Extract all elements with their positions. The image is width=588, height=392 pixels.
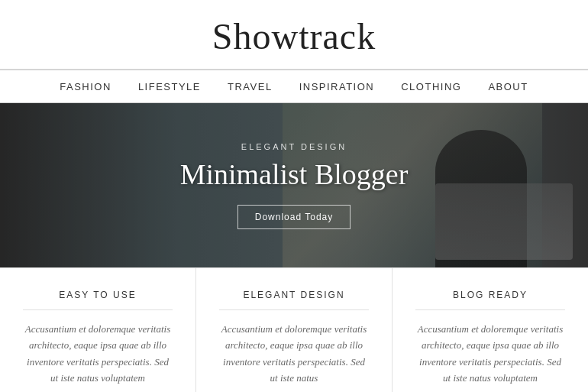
feature-elegant-design: ELEGANT DESIGNAccusantium et doloremque …	[196, 268, 393, 392]
nav-item-lifestyle: LIFESTYLE	[138, 79, 201, 93]
feature-blog-ready: BLOG READYAccusantium et doloremque veri…	[393, 268, 588, 392]
hero-subtitle: ELEGANT DESIGN	[0, 142, 588, 151]
nav-item-about: ABOUT	[488, 79, 528, 93]
nav-item-travel: TRAVEL	[228, 79, 273, 93]
feature-text-blog-ready: Accusantium et doloremque veritatis arch…	[415, 321, 565, 387]
nav-item-clothing: CLOTHING	[401, 79, 461, 93]
hero-section: ELEGANT DESIGN Minimalist Blogger Downlo…	[0, 103, 588, 267]
feature-easy-to-use: EASY TO USEAccusantium et doloremque ver…	[0, 268, 196, 392]
nav-link-fashion[interactable]: FASHION	[60, 81, 111, 92]
nav-item-inspiration: INSPIRATION	[299, 79, 375, 93]
feature-title-elegant-design: ELEGANT DESIGN	[219, 290, 369, 310]
nav-item-fashion: FASHION	[60, 79, 111, 93]
feature-title-easy-to-use: EASY TO USE	[23, 290, 173, 310]
nav-link-travel[interactable]: TRAVEL	[228, 81, 273, 92]
hero-title: Minimalist Blogger	[0, 157, 588, 191]
feature-title-blog-ready: BLOG READY	[415, 290, 565, 310]
nav-link-inspiration[interactable]: INSPIRATION	[299, 81, 375, 92]
nav-list: FASHIONLIFESTYLETRAVELINSPIRATIONCLOTHIN…	[0, 79, 588, 93]
header: Showtrack	[0, 0, 588, 70]
features-section: EASY TO USEAccusantium et doloremque ver…	[0, 267, 588, 392]
hero-cta-button[interactable]: Download Today	[237, 205, 351, 229]
nav-link-about[interactable]: ABOUT	[488, 81, 528, 92]
feature-text-elegant-design: Accusantium et doloremque veritatis arch…	[219, 321, 369, 387]
feature-text-easy-to-use: Accusantium et doloremque veritatis arch…	[23, 321, 173, 387]
nav-link-lifestyle[interactable]: LIFESTYLE	[138, 81, 201, 92]
site-logo[interactable]: Showtrack	[0, 15, 588, 57]
nav-link-clothing[interactable]: CLOTHING	[401, 81, 461, 92]
hero-content: ELEGANT DESIGN Minimalist Blogger Downlo…	[0, 142, 588, 229]
main-nav: FASHIONLIFESTYLETRAVELINSPIRATIONCLOTHIN…	[0, 70, 588, 103]
